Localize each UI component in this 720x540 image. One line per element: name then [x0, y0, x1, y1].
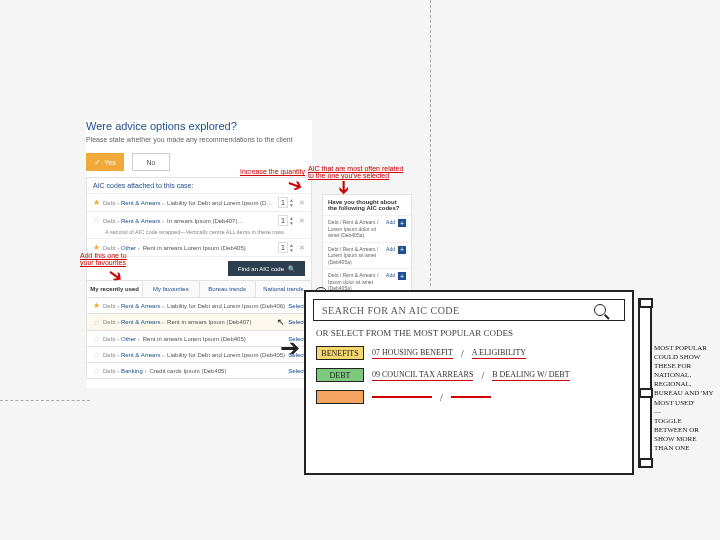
- yes-button[interactable]: Yes: [86, 153, 124, 171]
- star-icon[interactable]: ☆: [93, 216, 100, 225]
- sketch-search-box: SEARCH FOR AN AIC CODE: [313, 299, 625, 321]
- star-icon[interactable]: ☆: [93, 318, 100, 327]
- sketch-arrow-icon: ➔: [280, 334, 300, 362]
- list-item[interactable]: ★ Debt › Rent & Arrears › Liability for …: [86, 298, 312, 314]
- tab-national-trends[interactable]: National trends: [256, 281, 311, 297]
- no-button[interactable]: No: [132, 153, 170, 171]
- tab-bar: My recently used My favourites Bureau tr…: [86, 281, 312, 298]
- sketch-row-benefits: BENEFITS 07 HOUSING BENEFIT / A ELIGIBIL…: [316, 346, 622, 360]
- remove-icon[interactable]: ✕: [299, 244, 305, 252]
- form-subtitle: Please state whether you made any recomm…: [86, 136, 312, 143]
- plus-icon[interactable]: +: [398, 272, 406, 280]
- star-icon[interactable]: ☆: [93, 334, 100, 343]
- remove-icon[interactable]: ✕: [299, 217, 305, 225]
- wireframe-sketch: SEARCH FOR AN AIC CODE OR SELECT FROM TH…: [304, 290, 648, 480]
- select-link[interactable]: Select: [288, 319, 305, 325]
- plus-icon[interactable]: +: [398, 219, 406, 227]
- sketch-chip-blank: [316, 390, 364, 404]
- list-item[interactable]: ☆ Debt › Other › Rent in arrears Lorem I…: [86, 331, 312, 347]
- suggested-title: Have you thought about the following AIC…: [323, 195, 411, 215]
- sketch-or-line: OR SELECT FROM THE MOST POPULAR CODES: [316, 328, 622, 338]
- annotation-related: AIC that are most often related to the o…: [308, 165, 408, 179]
- annotation-arrow-icon: ➔: [335, 180, 353, 195]
- sketch-chip-debt: DEBT: [316, 368, 364, 382]
- attached-codes-title: AIC codes attached to this case:: [87, 178, 311, 193]
- star-icon[interactable]: ★: [93, 198, 100, 207]
- qty-stepper[interactable]: 1▲▼: [278, 197, 294, 208]
- guide-line-v: [430, 0, 431, 286]
- attached-row: ☆ Debt › Rent & Arrears › In arrears Ips…: [87, 211, 311, 238]
- sketch-row-blank: /: [316, 390, 622, 404]
- star-icon[interactable]: ☆: [93, 366, 100, 375]
- star-icon[interactable]: ☆: [93, 350, 100, 359]
- search-icon: [594, 304, 606, 316]
- sketch-scrollbar: [638, 298, 652, 468]
- search-icon: 🔍: [288, 265, 295, 272]
- attached-row: ★ Debt › Rent & Arrears › Liability for …: [87, 193, 311, 211]
- suggested-item[interactable]: Debt / Rent & Arrears / Lorem Ipsum dolo…: [323, 215, 411, 242]
- star-icon[interactable]: ★: [93, 301, 100, 310]
- form-title: Were advice options explored?: [86, 120, 312, 132]
- qty-stepper[interactable]: 1▲▼: [278, 242, 294, 253]
- annotation-fav: Add this one to your favourites: [80, 252, 130, 266]
- guide-line-h: [0, 400, 90, 401]
- select-link[interactable]: Select: [288, 368, 305, 374]
- sketch-chip-benefits: BENEFITS: [316, 346, 364, 360]
- cursor-icon: ↖: [277, 317, 285, 327]
- find-aic-button[interactable]: Find an AIC code🔍: [228, 261, 305, 276]
- tab-bureau-trends[interactable]: Bureau trends: [200, 281, 256, 297]
- select-link[interactable]: Select: [288, 303, 305, 309]
- list-item[interactable]: ☆ Debt › Banking › Credit cards Ipsum (D…: [86, 363, 312, 379]
- sketch-row-debt: DEBT 09 COUNCIL TAX ARREARS / B DEALING …: [316, 368, 622, 382]
- star-icon[interactable]: ★: [93, 243, 100, 252]
- remove-icon[interactable]: ✕: [299, 199, 305, 207]
- suggested-item[interactable]: Debt / Rent & Arrears / Lorem Ipsum sit …: [323, 242, 411, 269]
- list-item[interactable]: ☆ Debt › Rent & Arrears › Rent in arrear…: [86, 314, 312, 331]
- sketch-side-annotation: MOST POPULAR COULD SHOW THESE FOR NATION…: [654, 344, 714, 453]
- qty-stepper[interactable]: 1▲▼: [278, 215, 294, 226]
- list-item[interactable]: ☆ Debt › Rent & Arrears › Liability for …: [86, 347, 312, 363]
- plus-icon[interactable]: +: [398, 246, 406, 254]
- tab-favourites[interactable]: My favourites: [143, 281, 199, 297]
